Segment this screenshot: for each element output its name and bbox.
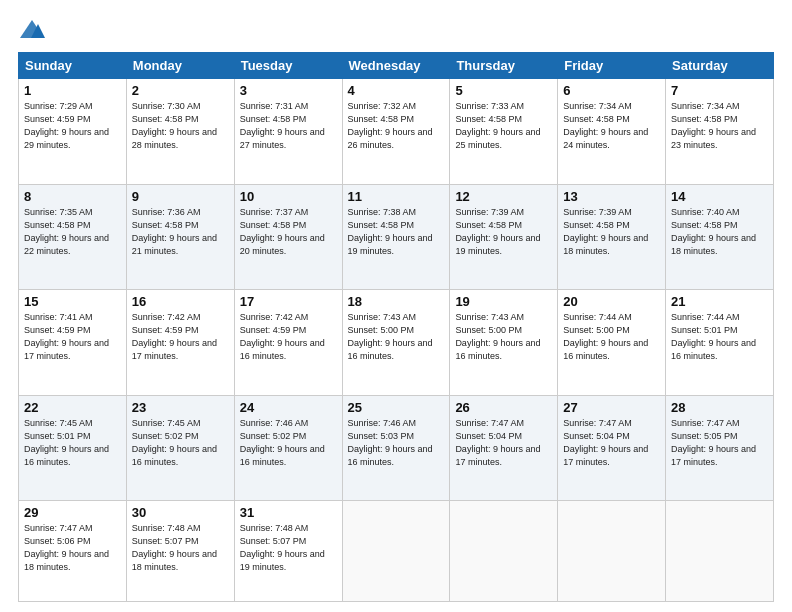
calendar-day-cell — [558, 501, 666, 602]
calendar-day-cell: 18 Sunrise: 7:43 AM Sunset: 5:00 PM Dayl… — [342, 290, 450, 396]
calendar-day-cell: 1 Sunrise: 7:29 AM Sunset: 4:59 PM Dayli… — [19, 79, 127, 185]
cell-info: Sunrise: 7:39 AM Sunset: 4:58 PM Dayligh… — [563, 206, 660, 258]
day-number: 22 — [24, 400, 121, 415]
calendar-day-header: Friday — [558, 53, 666, 79]
calendar-day-cell: 24 Sunrise: 7:46 AM Sunset: 5:02 PM Dayl… — [234, 395, 342, 501]
calendar-week-row: 8 Sunrise: 7:35 AM Sunset: 4:58 PM Dayli… — [19, 184, 774, 290]
cell-info: Sunrise: 7:40 AM Sunset: 4:58 PM Dayligh… — [671, 206, 768, 258]
cell-info: Sunrise: 7:48 AM Sunset: 5:07 PM Dayligh… — [132, 522, 229, 574]
header — [18, 18, 774, 42]
cell-info: Sunrise: 7:33 AM Sunset: 4:58 PM Dayligh… — [455, 100, 552, 152]
cell-info: Sunrise: 7:38 AM Sunset: 4:58 PM Dayligh… — [348, 206, 445, 258]
calendar-day-cell: 19 Sunrise: 7:43 AM Sunset: 5:00 PM Dayl… — [450, 290, 558, 396]
day-number: 11 — [348, 189, 445, 204]
calendar-week-row: 29 Sunrise: 7:47 AM Sunset: 5:06 PM Dayl… — [19, 501, 774, 602]
day-number: 20 — [563, 294, 660, 309]
day-number: 13 — [563, 189, 660, 204]
day-number: 31 — [240, 505, 337, 520]
logo — [18, 18, 50, 42]
cell-info: Sunrise: 7:37 AM Sunset: 4:58 PM Dayligh… — [240, 206, 337, 258]
day-number: 4 — [348, 83, 445, 98]
cell-info: Sunrise: 7:45 AM Sunset: 5:01 PM Dayligh… — [24, 417, 121, 469]
calendar-day-header: Wednesday — [342, 53, 450, 79]
calendar-week-row: 1 Sunrise: 7:29 AM Sunset: 4:59 PM Dayli… — [19, 79, 774, 185]
calendar-table: SundayMondayTuesdayWednesdayThursdayFrid… — [18, 52, 774, 602]
day-number: 17 — [240, 294, 337, 309]
day-number: 7 — [671, 83, 768, 98]
cell-info: Sunrise: 7:30 AM Sunset: 4:58 PM Dayligh… — [132, 100, 229, 152]
day-number: 6 — [563, 83, 660, 98]
cell-info: Sunrise: 7:34 AM Sunset: 4:58 PM Dayligh… — [563, 100, 660, 152]
calendar-day-cell: 27 Sunrise: 7:47 AM Sunset: 5:04 PM Dayl… — [558, 395, 666, 501]
calendar-day-cell: 10 Sunrise: 7:37 AM Sunset: 4:58 PM Dayl… — [234, 184, 342, 290]
cell-info: Sunrise: 7:47 AM Sunset: 5:04 PM Dayligh… — [455, 417, 552, 469]
calendar-day-cell — [666, 501, 774, 602]
calendar-day-cell: 3 Sunrise: 7:31 AM Sunset: 4:58 PM Dayli… — [234, 79, 342, 185]
cell-info: Sunrise: 7:42 AM Sunset: 4:59 PM Dayligh… — [132, 311, 229, 363]
day-number: 29 — [24, 505, 121, 520]
calendar-day-header: Monday — [126, 53, 234, 79]
cell-info: Sunrise: 7:29 AM Sunset: 4:59 PM Dayligh… — [24, 100, 121, 152]
day-number: 26 — [455, 400, 552, 415]
cell-info: Sunrise: 7:39 AM Sunset: 4:58 PM Dayligh… — [455, 206, 552, 258]
cell-info: Sunrise: 7:43 AM Sunset: 5:00 PM Dayligh… — [348, 311, 445, 363]
calendar-day-header: Saturday — [666, 53, 774, 79]
day-number: 9 — [132, 189, 229, 204]
day-number: 23 — [132, 400, 229, 415]
calendar-day-header: Thursday — [450, 53, 558, 79]
day-number: 14 — [671, 189, 768, 204]
calendar-day-cell — [450, 501, 558, 602]
day-number: 12 — [455, 189, 552, 204]
calendar-day-cell: 14 Sunrise: 7:40 AM Sunset: 4:58 PM Dayl… — [666, 184, 774, 290]
calendar-day-cell: 22 Sunrise: 7:45 AM Sunset: 5:01 PM Dayl… — [19, 395, 127, 501]
calendar-day-cell — [342, 501, 450, 602]
calendar-day-cell: 9 Sunrise: 7:36 AM Sunset: 4:58 PM Dayli… — [126, 184, 234, 290]
calendar-day-cell: 16 Sunrise: 7:42 AM Sunset: 4:59 PM Dayl… — [126, 290, 234, 396]
cell-info: Sunrise: 7:43 AM Sunset: 5:00 PM Dayligh… — [455, 311, 552, 363]
logo-icon — [18, 18, 46, 42]
calendar-day-cell: 5 Sunrise: 7:33 AM Sunset: 4:58 PM Dayli… — [450, 79, 558, 185]
day-number: 15 — [24, 294, 121, 309]
day-number: 28 — [671, 400, 768, 415]
cell-info: Sunrise: 7:46 AM Sunset: 5:02 PM Dayligh… — [240, 417, 337, 469]
day-number: 1 — [24, 83, 121, 98]
cell-info: Sunrise: 7:48 AM Sunset: 5:07 PM Dayligh… — [240, 522, 337, 574]
cell-info: Sunrise: 7:47 AM Sunset: 5:04 PM Dayligh… — [563, 417, 660, 469]
calendar-day-cell: 17 Sunrise: 7:42 AM Sunset: 4:59 PM Dayl… — [234, 290, 342, 396]
day-number: 3 — [240, 83, 337, 98]
calendar-day-cell: 13 Sunrise: 7:39 AM Sunset: 4:58 PM Dayl… — [558, 184, 666, 290]
cell-info: Sunrise: 7:44 AM Sunset: 5:01 PM Dayligh… — [671, 311, 768, 363]
cell-info: Sunrise: 7:45 AM Sunset: 5:02 PM Dayligh… — [132, 417, 229, 469]
cell-info: Sunrise: 7:34 AM Sunset: 4:58 PM Dayligh… — [671, 100, 768, 152]
calendar-week-row: 22 Sunrise: 7:45 AM Sunset: 5:01 PM Dayl… — [19, 395, 774, 501]
day-number: 21 — [671, 294, 768, 309]
cell-info: Sunrise: 7:41 AM Sunset: 4:59 PM Dayligh… — [24, 311, 121, 363]
day-number: 10 — [240, 189, 337, 204]
cell-info: Sunrise: 7:36 AM Sunset: 4:58 PM Dayligh… — [132, 206, 229, 258]
calendar-day-cell: 21 Sunrise: 7:44 AM Sunset: 5:01 PM Dayl… — [666, 290, 774, 396]
cell-info: Sunrise: 7:47 AM Sunset: 5:06 PM Dayligh… — [24, 522, 121, 574]
cell-info: Sunrise: 7:46 AM Sunset: 5:03 PM Dayligh… — [348, 417, 445, 469]
calendar-day-cell: 23 Sunrise: 7:45 AM Sunset: 5:02 PM Dayl… — [126, 395, 234, 501]
day-number: 16 — [132, 294, 229, 309]
calendar-day-cell: 8 Sunrise: 7:35 AM Sunset: 4:58 PM Dayli… — [19, 184, 127, 290]
cell-info: Sunrise: 7:42 AM Sunset: 4:59 PM Dayligh… — [240, 311, 337, 363]
day-number: 24 — [240, 400, 337, 415]
cell-info: Sunrise: 7:47 AM Sunset: 5:05 PM Dayligh… — [671, 417, 768, 469]
day-number: 8 — [24, 189, 121, 204]
calendar-day-cell: 28 Sunrise: 7:47 AM Sunset: 5:05 PM Dayl… — [666, 395, 774, 501]
day-number: 2 — [132, 83, 229, 98]
cell-info: Sunrise: 7:32 AM Sunset: 4:58 PM Dayligh… — [348, 100, 445, 152]
calendar-day-cell: 12 Sunrise: 7:39 AM Sunset: 4:58 PM Dayl… — [450, 184, 558, 290]
cell-info: Sunrise: 7:35 AM Sunset: 4:58 PM Dayligh… — [24, 206, 121, 258]
day-number: 30 — [132, 505, 229, 520]
calendar-day-cell: 25 Sunrise: 7:46 AM Sunset: 5:03 PM Dayl… — [342, 395, 450, 501]
calendar-day-cell: 31 Sunrise: 7:48 AM Sunset: 5:07 PM Dayl… — [234, 501, 342, 602]
calendar-day-cell: 29 Sunrise: 7:47 AM Sunset: 5:06 PM Dayl… — [19, 501, 127, 602]
calendar-day-cell: 20 Sunrise: 7:44 AM Sunset: 5:00 PM Dayl… — [558, 290, 666, 396]
calendar-day-cell: 30 Sunrise: 7:48 AM Sunset: 5:07 PM Dayl… — [126, 501, 234, 602]
calendar-day-cell: 2 Sunrise: 7:30 AM Sunset: 4:58 PM Dayli… — [126, 79, 234, 185]
day-number: 25 — [348, 400, 445, 415]
calendar-day-cell: 7 Sunrise: 7:34 AM Sunset: 4:58 PM Dayli… — [666, 79, 774, 185]
calendar-day-cell: 11 Sunrise: 7:38 AM Sunset: 4:58 PM Dayl… — [342, 184, 450, 290]
